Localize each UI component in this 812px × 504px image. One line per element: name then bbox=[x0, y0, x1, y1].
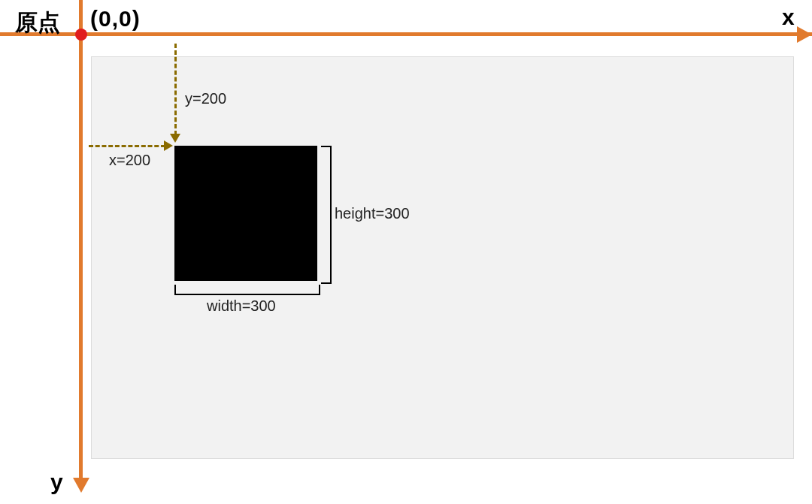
x-offset-label: x=200 bbox=[109, 152, 150, 169]
x-leader-arrow-icon bbox=[164, 140, 173, 151]
diagram-root: 原点 (0,0) x y y=200 x=200 width=300 heigh… bbox=[0, 0, 812, 504]
rectangle-shape bbox=[174, 146, 317, 281]
y-axis-arrow-icon bbox=[73, 478, 89, 493]
height-bracket bbox=[321, 146, 332, 284]
width-label: width=300 bbox=[207, 297, 276, 315]
y-leader-line bbox=[174, 44, 177, 135]
width-bracket bbox=[174, 285, 320, 295]
x-axis bbox=[0, 32, 812, 36]
height-label: height=300 bbox=[335, 205, 410, 222]
x-leader-line bbox=[89, 145, 165, 147]
x-axis-label: x bbox=[782, 5, 795, 30]
y-axis-label: y bbox=[50, 469, 63, 495]
origin-label: 原点 bbox=[15, 8, 60, 38]
canvas-area bbox=[91, 56, 794, 459]
y-offset-label: y=200 bbox=[185, 90, 226, 107]
origin-point bbox=[75, 29, 87, 41]
y-axis bbox=[79, 0, 83, 481]
origin-coordinates: (0,0) bbox=[90, 6, 141, 32]
x-axis-arrow-icon bbox=[797, 26, 812, 43]
